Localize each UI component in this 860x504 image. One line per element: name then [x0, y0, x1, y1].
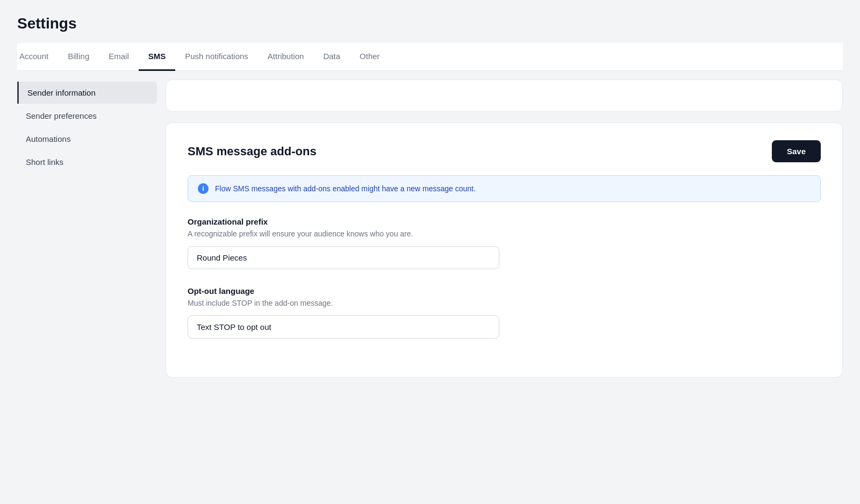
- sidebar-item-automations[interactable]: Automations: [17, 128, 157, 150]
- tab-account[interactable]: Account: [17, 43, 58, 71]
- opt-out-label: Opt-out language: [188, 286, 821, 296]
- org-prefix-description: A recognizable prefix will ensure your a…: [188, 228, 821, 240]
- info-banner-text: Flow SMS messages with add-ons enabled m…: [215, 184, 476, 193]
- tab-push-notifications[interactable]: Push notifications: [175, 43, 258, 71]
- info-banner: i Flow SMS messages with add-ons enabled…: [188, 175, 821, 202]
- sidebar-item-sender-preferences[interactable]: Sender preferences: [17, 105, 157, 127]
- sidebar-item-label: Automations: [26, 134, 70, 143]
- opt-out-input[interactable]: [188, 315, 499, 339]
- tab-attribution[interactable]: Attribution: [258, 43, 314, 71]
- tab-other[interactable]: Other: [350, 43, 390, 71]
- sidebar-item-short-links[interactable]: Short links: [17, 151, 157, 173]
- opt-out-section: Opt-out language Must include STOP in th…: [188, 286, 821, 339]
- info-icon: i: [198, 183, 209, 194]
- sidebar: Sender information Sender preferences Au…: [17, 80, 157, 406]
- sidebar-item-label: Short links: [26, 157, 63, 167]
- sidebar-item-label: Sender information: [27, 88, 96, 97]
- org-prefix-section: Organizational prefix A recognizable pre…: [188, 217, 821, 269]
- tab-sms[interactable]: SMS: [139, 43, 176, 71]
- tabs-bar: Account Billing Email SMS Push notificat…: [17, 43, 843, 71]
- content-area: SMS message add-ons Save i Flow SMS mess…: [157, 80, 843, 406]
- tab-email[interactable]: Email: [99, 43, 139, 71]
- card-header: SMS message add-ons Save: [188, 140, 821, 162]
- sms-addons-card: SMS message add-ons Save i Flow SMS mess…: [166, 123, 843, 378]
- top-nav: Account Billing Email SMS Push notificat…: [17, 43, 843, 70]
- top-card: [166, 80, 843, 112]
- tab-data[interactable]: Data: [313, 43, 350, 71]
- tab-billing[interactable]: Billing: [58, 43, 99, 71]
- org-prefix-label: Organizational prefix: [188, 217, 821, 226]
- card-title: SMS message add-ons: [188, 145, 317, 159]
- page-title: Settings: [17, 15, 843, 32]
- opt-out-description: Must include STOP in the add-on message.: [188, 298, 821, 309]
- save-button[interactable]: Save: [772, 140, 821, 162]
- sidebar-item-sender-information[interactable]: Sender information: [17, 82, 157, 104]
- org-prefix-input[interactable]: [188, 246, 499, 269]
- sidebar-item-label: Sender preferences: [26, 111, 97, 120]
